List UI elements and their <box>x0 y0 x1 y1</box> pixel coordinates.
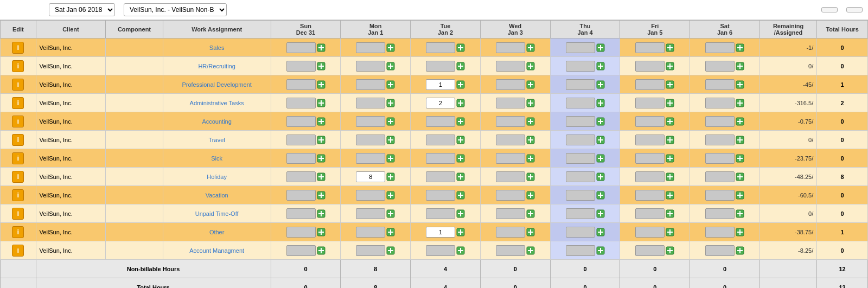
save-button[interactable] <box>821 7 838 12</box>
add-entry-icon[interactable] <box>456 99 465 107</box>
day-input[interactable] <box>635 245 665 256</box>
day-input[interactable] <box>496 135 525 145</box>
add-entry-icon[interactable] <box>736 246 744 255</box>
day-input[interactable] <box>566 135 595 145</box>
work-assignment-link[interactable]: Administrative Tasks <box>190 100 244 106</box>
add-entry-icon[interactable] <box>736 228 744 236</box>
add-entry-icon[interactable] <box>666 228 674 236</box>
add-entry-icon[interactable] <box>456 80 465 89</box>
add-entry-icon[interactable] <box>386 246 395 255</box>
add-entry-icon[interactable] <box>317 99 326 107</box>
day-input[interactable] <box>566 190 595 201</box>
day-input[interactable] <box>286 42 316 53</box>
day-input[interactable] <box>286 116 316 127</box>
add-entry-icon[interactable] <box>526 154 535 163</box>
add-entry-icon[interactable] <box>596 80 605 89</box>
add-entry-icon[interactable] <box>317 209 326 218</box>
day-input[interactable] <box>356 227 385 238</box>
day-input[interactable] <box>705 190 735 201</box>
add-entry-icon[interactable] <box>456 136 465 144</box>
add-entry-icon[interactable] <box>736 191 744 200</box>
add-entry-icon[interactable] <box>596 246 605 255</box>
day-input[interactable] <box>635 98 665 108</box>
work-assignment-link[interactable]: Professional Development <box>182 81 251 88</box>
add-entry-icon[interactable] <box>526 43 535 52</box>
add-entry-icon[interactable] <box>526 228 535 236</box>
add-entry-icon[interactable] <box>666 154 674 163</box>
work-assignment-link[interactable]: Holiday <box>207 174 227 180</box>
add-entry-icon[interactable] <box>386 154 395 163</box>
day-input[interactable] <box>286 135 316 145</box>
day-input[interactable] <box>356 98 385 108</box>
save-back-button[interactable] <box>846 7 863 12</box>
add-entry-icon[interactable] <box>526 209 535 218</box>
day-input[interactable] <box>286 227 316 238</box>
edit-button[interactable]: i <box>12 226 24 238</box>
day-input[interactable] <box>496 227 525 238</box>
add-entry-icon[interactable] <box>526 191 535 200</box>
day-input[interactable] <box>356 153 385 164</box>
day-input[interactable] <box>635 116 665 127</box>
add-entry-icon[interactable] <box>386 191 395 200</box>
day-input[interactable] <box>496 42 525 53</box>
add-entry-icon[interactable] <box>317 191 326 200</box>
day-input[interactable] <box>426 190 455 201</box>
edit-button[interactable]: i <box>12 97 24 109</box>
add-entry-icon[interactable] <box>386 136 395 144</box>
edit-button[interactable]: i <box>12 152 24 164</box>
add-entry-icon[interactable] <box>666 43 674 52</box>
work-assignment-link[interactable]: Sales <box>209 44 225 51</box>
add-entry-icon[interactable] <box>526 80 535 89</box>
date-select[interactable]: Sat Jan 06 2018 <box>49 3 115 16</box>
day-input[interactable] <box>496 153 525 164</box>
day-input[interactable] <box>705 227 735 238</box>
day-input[interactable] <box>286 245 316 256</box>
day-input[interactable] <box>566 98 595 108</box>
day-input[interactable] <box>705 171 735 182</box>
add-entry-icon[interactable] <box>666 117 674 126</box>
add-entry-icon[interactable] <box>596 117 605 126</box>
edit-button[interactable]: i <box>12 79 24 91</box>
day-input[interactable] <box>286 153 316 164</box>
add-entry-icon[interactable] <box>317 172 326 181</box>
day-input[interactable] <box>496 245 525 256</box>
day-input[interactable] <box>496 79 525 90</box>
client-select[interactable]: VeilSun, Inc. - VeilSun Non-B <box>124 3 227 16</box>
add-entry-icon[interactable] <box>456 246 465 255</box>
add-entry-icon[interactable] <box>456 117 465 126</box>
day-input[interactable] <box>635 171 665 182</box>
day-input[interactable] <box>566 208 595 219</box>
add-entry-icon[interactable] <box>736 80 744 89</box>
day-input[interactable] <box>286 61 316 72</box>
add-entry-icon[interactable] <box>526 117 535 126</box>
add-entry-icon[interactable] <box>317 154 326 163</box>
add-entry-icon[interactable] <box>317 228 326 236</box>
day-input[interactable] <box>426 208 455 219</box>
day-input[interactable] <box>705 245 735 256</box>
add-entry-icon[interactable] <box>386 62 395 71</box>
day-input[interactable] <box>496 171 525 182</box>
day-input[interactable] <box>566 171 595 182</box>
day-input[interactable] <box>356 135 385 145</box>
day-input[interactable] <box>426 42 455 53</box>
day-input[interactable] <box>705 79 735 90</box>
add-entry-icon[interactable] <box>596 136 605 144</box>
add-entry-icon[interactable] <box>386 43 395 52</box>
add-entry-icon[interactable] <box>736 172 744 181</box>
add-entry-icon[interactable] <box>386 209 395 218</box>
add-entry-icon[interactable] <box>666 62 674 71</box>
add-entry-icon[interactable] <box>317 136 326 144</box>
add-entry-icon[interactable] <box>736 99 744 107</box>
add-entry-icon[interactable] <box>456 154 465 163</box>
add-entry-icon[interactable] <box>317 62 326 71</box>
edit-button[interactable]: i <box>12 245 24 257</box>
day-input[interactable] <box>356 61 385 72</box>
day-input[interactable] <box>426 135 455 145</box>
day-input[interactable] <box>635 61 665 72</box>
day-input[interactable] <box>496 116 525 127</box>
add-entry-icon[interactable] <box>456 209 465 218</box>
add-entry-icon[interactable] <box>386 80 395 89</box>
day-input[interactable] <box>426 227 455 238</box>
edit-button[interactable]: i <box>12 189 24 201</box>
day-input[interactable] <box>705 98 735 108</box>
